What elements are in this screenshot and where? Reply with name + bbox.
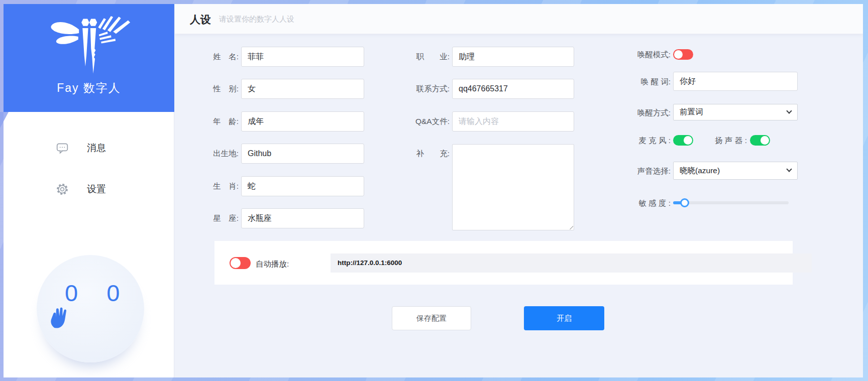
occupation-label: 职 业: xyxy=(383,52,450,62)
autoplay-toggle[interactable] xyxy=(230,257,251,269)
zodiac-animal-label: 生 肖: xyxy=(188,181,239,192)
sensitivity-knob[interactable] xyxy=(680,198,689,207)
name-input[interactable] xyxy=(241,47,364,67)
page-subtitle: 请设置你的数字人人设 xyxy=(219,15,294,24)
dragonfly-logo-icon xyxy=(46,13,132,77)
save-config-button[interactable]: 保存配置 xyxy=(392,306,471,330)
occupation-input[interactable] xyxy=(452,47,574,67)
app-window: Fay 数字人 消息 设置 0 0 xyxy=(4,4,863,377)
autoplay-panel: 自动播放: http://127.0.0.1:6000 xyxy=(214,241,793,285)
microphone-label: 麦 克 风 : xyxy=(595,135,671,146)
main-panel: 人设 请设置你的数字人人设 姓 名: 性 别: 年 龄: 出生地: 生 肖: 星… xyxy=(175,4,863,377)
microphone-toggle[interactable] xyxy=(673,135,693,146)
wake-mode-toggle[interactable] xyxy=(673,49,693,60)
speaker-toggle[interactable] xyxy=(750,135,770,146)
wake-method-value: 前置词 xyxy=(680,107,703,117)
sidebar-item-settings[interactable]: 设置 xyxy=(4,177,174,202)
zodiac-animal-input[interactable] xyxy=(241,176,364,196)
toggle-knob xyxy=(674,50,683,59)
contact-input[interactable] xyxy=(452,79,574,99)
wake-mode-label: 唤醒模式: xyxy=(595,49,671,60)
digital-human-avatar: 0 0 xyxy=(37,255,144,362)
voice-label: 声音选择: xyxy=(595,166,671,177)
page-title: 人设 xyxy=(190,13,211,27)
wake-word-label: 唤 醒 词: xyxy=(595,77,671,87)
autoplay-url-input[interactable]: http://127.0.0.1:6000 xyxy=(331,253,812,273)
gender-input[interactable] xyxy=(241,79,364,99)
toggle-knob xyxy=(761,136,769,145)
autoplay-label: 自动播放: xyxy=(256,259,296,270)
brand-name: Fay 数字人 xyxy=(4,80,174,96)
chat-bubble-icon xyxy=(56,142,69,155)
contact-label: 联系方式: xyxy=(383,84,450,94)
voice-value: 晓晓(azure) xyxy=(680,166,720,176)
desktop-background: { "colors": { "logo_blue": "#4579f4", "p… xyxy=(0,0,868,381)
wake-method-label: 唤醒方式: xyxy=(595,108,671,118)
wake-word-input[interactable] xyxy=(673,72,798,91)
toggle-knob xyxy=(684,136,692,145)
logo-block: Fay 数字人 xyxy=(4,4,174,112)
supplement-label: 补 充: xyxy=(383,149,450,159)
voice-select[interactable]: 晓晓(azure) xyxy=(673,162,798,180)
start-button[interactable]: 开启 xyxy=(524,306,604,330)
sidebar-item-label: 设置 xyxy=(87,183,106,196)
gender-label: 性 别: xyxy=(188,84,239,94)
name-label: 姓 名: xyxy=(188,52,239,62)
supplement-textarea[interactable] xyxy=(452,144,574,230)
sensitivity-label: 敏 感 度 : xyxy=(595,198,671,209)
constellation-label: 星 座: xyxy=(188,213,239,224)
sidebar: Fay 数字人 消息 设置 0 0 xyxy=(4,4,174,377)
chevron-down-icon xyxy=(786,166,792,172)
sensitivity-slider[interactable] xyxy=(673,198,789,207)
qa-file-input[interactable] xyxy=(452,111,574,132)
speaker-label: 扬 声 器 : xyxy=(706,135,747,146)
toggle-knob xyxy=(231,258,241,268)
page-header: 人设 请设置你的数字人人设 xyxy=(175,4,863,34)
sidebar-item-label: 消息 xyxy=(87,142,106,155)
wake-method-select[interactable]: 前置词 xyxy=(673,104,798,120)
gear-icon xyxy=(56,183,69,196)
age-input[interactable] xyxy=(241,111,364,132)
birthplace-input[interactable] xyxy=(241,144,364,164)
sidebar-item-messages[interactable]: 消息 xyxy=(4,136,174,161)
constellation-input[interactable] xyxy=(241,208,364,228)
counter-digits: 0 0 xyxy=(65,279,130,307)
wallpaper-fold-decoration xyxy=(0,112,9,128)
chevron-down-icon xyxy=(786,108,792,113)
slider-track[interactable] xyxy=(673,201,789,204)
birthplace-label: 出生地: xyxy=(188,149,239,159)
qa-file-label: Q&A文件: xyxy=(383,116,450,127)
age-label: 年 龄: xyxy=(188,116,239,127)
waving-hand-icon xyxy=(46,302,74,331)
